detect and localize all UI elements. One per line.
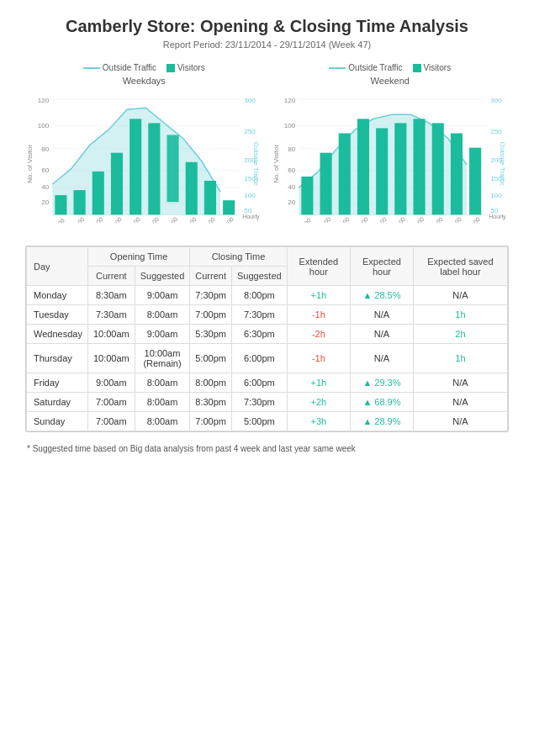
- extended-hour-value: -2h: [287, 325, 350, 344]
- saved-label-value: N/A: [413, 373, 507, 393]
- saved-label-value: 2h: [413, 325, 507, 344]
- weekend-title: Weekend: [272, 76, 510, 86]
- outside-traffic-label-2: Outside Traffic: [348, 63, 402, 72]
- expected-saved-header: Expected saved label hour: [413, 247, 507, 286]
- expected-hour-value: N/A: [351, 305, 414, 325]
- svg-text:120: 120: [38, 97, 50, 104]
- open-suggested: 8:00am: [135, 412, 190, 431]
- close-current: 8:00pm: [190, 373, 232, 393]
- svg-text:300: 300: [490, 97, 502, 104]
- opening-time-header: Opening Time: [87, 247, 189, 267]
- svg-rect-22: [74, 190, 86, 214]
- svg-rect-64: [320, 153, 331, 215]
- svg-text:80: 80: [288, 145, 295, 153]
- svg-text:No. of Visitor: No. of Visitor: [26, 144, 34, 182]
- svg-text:10:00: 10:00: [317, 216, 331, 224]
- open-suggested: 8:00am: [135, 393, 190, 412]
- svg-text:Hourly: Hourly: [242, 214, 260, 220]
- table-row-day: Saturday: [27, 393, 88, 412]
- day-header: Day: [27, 247, 88, 286]
- svg-text:100: 100: [38, 122, 50, 130]
- extended-hour-value: +1h: [287, 373, 350, 393]
- svg-rect-69: [413, 119, 425, 214]
- visitors-legend-bar-2: [413, 64, 421, 72]
- close-current-subheader: Current: [190, 267, 232, 286]
- svg-text:17:00: 17:00: [447, 216, 462, 224]
- table-row-day: Monday: [27, 286, 88, 305]
- open-suggested: 9:00am: [135, 325, 190, 344]
- close-suggested: 6:00pm: [232, 344, 288, 373]
- table-row-day: Friday: [27, 373, 88, 393]
- open-current: 7:00am: [87, 393, 135, 412]
- svg-text:No. of Visitor: No. of Visitor: [272, 144, 280, 182]
- table-row-day: Wednesday: [27, 325, 88, 344]
- expected-hour-value: ▲ 68.9%: [351, 393, 414, 412]
- saved-label-value: 1h: [413, 305, 507, 325]
- table-row-day: Tuesday: [27, 305, 88, 325]
- expected-hour-value: N/A: [351, 344, 414, 373]
- svg-rect-29: [204, 181, 216, 214]
- svg-text:11:00: 11:00: [89, 216, 103, 224]
- svg-text:100: 100: [490, 192, 502, 199]
- saved-label-value: N/A: [413, 393, 507, 412]
- close-current: 5:00pm: [190, 344, 232, 373]
- open-suggested: 8:00am: [135, 305, 190, 325]
- expected-hour-header: Expected hour: [351, 247, 414, 286]
- open-suggested: 10:00am(Remain): [135, 344, 190, 373]
- saved-label-value: 1h: [413, 344, 507, 373]
- extended-hour-value: +1h: [287, 286, 350, 305]
- svg-text:250: 250: [244, 128, 256, 135]
- subtitle: Report Period: 23/11/2014 - 29/11/2014 (…: [25, 40, 509, 50]
- data-table: Day Opening Time Closing Time Extended h…: [25, 246, 509, 432]
- closing-time-header: Closing Time: [190, 247, 287, 267]
- close-suggested: 8:00pm: [232, 286, 288, 305]
- outside-traffic-legend-line: [83, 67, 100, 69]
- svg-text:14:00: 14:00: [391, 216, 405, 224]
- close-current: 7:30pm: [190, 286, 232, 305]
- svg-text:20: 20: [41, 198, 49, 206]
- close-suggested-subheader: Suggested: [232, 267, 288, 286]
- visitors-label: Visitors: [177, 63, 205, 72]
- svg-text:300: 300: [244, 97, 256, 104]
- extended-hour-header: Extended hour: [287, 247, 350, 286]
- svg-text:100: 100: [244, 192, 256, 199]
- svg-rect-27: [167, 135, 178, 202]
- svg-text:Outside Traffic: Outside Traffic: [252, 142, 260, 186]
- svg-rect-28: [186, 162, 198, 215]
- svg-text:80: 80: [41, 145, 49, 153]
- weekdays-title: Weekdays: [25, 76, 263, 86]
- expected-hour-value: ▲ 28.9%: [351, 412, 414, 431]
- close-suggested: 6:30pm: [232, 325, 288, 344]
- weekend-legend: Outside Traffic Visitors: [272, 63, 510, 72]
- weekend-chart: Outside Traffic Visitors Weekend 120 100…: [272, 63, 510, 225]
- svg-text:16:00: 16:00: [182, 216, 197, 224]
- open-current: 9:00am: [87, 373, 135, 393]
- svg-text:18:00: 18:00: [466, 216, 480, 224]
- visitors-label-2: Visitors: [424, 63, 452, 72]
- svg-rect-71: [450, 133, 462, 214]
- svg-text:17:00: 17:00: [201, 216, 215, 224]
- svg-text:11:00: 11:00: [336, 216, 350, 224]
- svg-text:9:00: 9:00: [53, 217, 66, 223]
- table-row-day: Sunday: [27, 412, 88, 431]
- svg-text:20: 20: [288, 198, 295, 206]
- open-current-subheader: Current: [87, 267, 135, 286]
- svg-rect-63: [301, 177, 313, 214]
- extended-hour-value: -1h: [287, 344, 350, 373]
- extended-hour-value: +3h: [287, 412, 350, 431]
- open-current: 7:30am: [87, 305, 135, 325]
- main-title: Camberly Store: Opening & Closing Time A…: [25, 17, 509, 36]
- open-suggested: 9:00am: [135, 286, 190, 305]
- expected-hour-value: ▲ 29.3%: [351, 373, 414, 393]
- visitors-legend-bar: [167, 64, 175, 72]
- weekdays-svg: 120 100 80 60 40 20 300 250 200 150 100 …: [25, 87, 263, 223]
- svg-text:60: 60: [288, 167, 295, 174]
- svg-text:100: 100: [283, 122, 295, 130]
- svg-text:9:00: 9:00: [299, 217, 312, 223]
- svg-rect-21: [55, 195, 66, 214]
- table-row-day: Thursday: [27, 344, 88, 373]
- extended-hour-value: +2h: [287, 393, 350, 412]
- svg-rect-24: [111, 153, 123, 215]
- svg-rect-70: [431, 123, 443, 214]
- close-current: 5:30pm: [190, 325, 232, 344]
